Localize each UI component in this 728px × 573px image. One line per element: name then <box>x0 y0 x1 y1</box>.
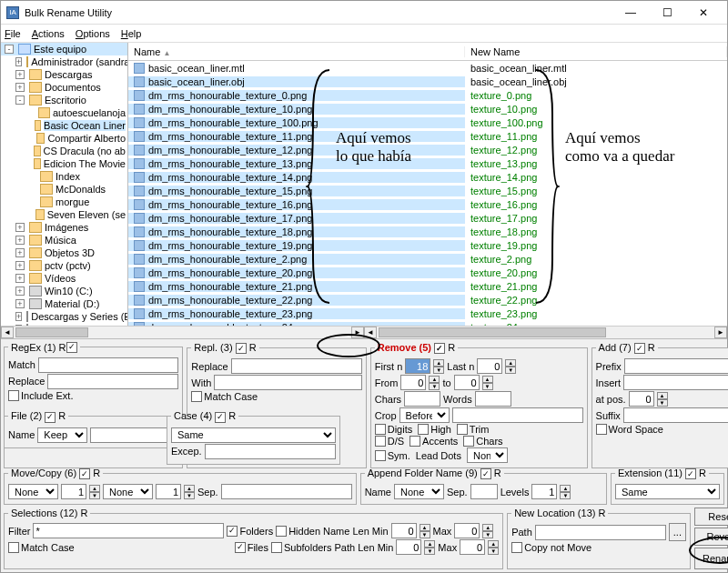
tree-item[interactable]: +Material (D:) <box>1 297 127 310</box>
appendfolder-name-select[interactable]: None <box>394 484 444 499</box>
extension-select[interactable]: Same <box>615 484 720 499</box>
tree-item[interactable]: +Administrador (sandra) <box>1 55 127 68</box>
add-enable-check[interactable] <box>634 343 645 354</box>
appendfolder-levels-input[interactable] <box>531 484 557 499</box>
extension-enable-check[interactable] <box>685 468 696 479</box>
repl-enable-check[interactable] <box>236 343 247 354</box>
file-row[interactable]: dm_rms_honourable_texture_18.pngtexture_… <box>128 225 727 238</box>
selections-matchcase-check[interactable] <box>8 542 19 553</box>
newlocation-path-input[interactable] <box>535 525 666 540</box>
menu-file[interactable]: File <box>5 28 21 39</box>
selections-pathmax-input[interactable] <box>460 539 485 555</box>
movecopy-sep-input[interactable] <box>221 484 352 499</box>
tree-item[interactable]: CS Dracula (no ab <box>1 145 127 157</box>
add-prefix-input[interactable] <box>624 358 728 374</box>
file-row[interactable]: dm_rms_honourable_texture_23.pngtexture_… <box>128 307 727 320</box>
rename-button[interactable]: Rename <box>694 548 728 569</box>
tree-twisty-icon[interactable]: + <box>15 236 25 245</box>
file-row[interactable]: dm_rms_honourable_texture_15.pngtexture_… <box>128 184 727 197</box>
tree-twisty-icon[interactable]: + <box>15 70 25 79</box>
tree-item[interactable]: +Imágenes <box>1 221 127 234</box>
tree-item[interactable]: Basic Ocean Liner <box>1 119 127 132</box>
case-excep-input[interactable] <box>205 444 336 459</box>
tree-item[interactable]: +Win10 (C:) <box>1 285 127 297</box>
tree-item[interactable]: +Vídeos <box>1 272 127 285</box>
tree-item[interactable]: +Objetos 3D <box>1 246 127 259</box>
file-row[interactable]: dm_rms_honourable_texture_0.pngtexture_0… <box>128 88 727 102</box>
tree-twisty-icon[interactable]: + <box>15 286 25 296</box>
tree-item[interactable]: +Descargas y Series (E <box>1 310 127 323</box>
tree-twisty-icon[interactable]: + <box>15 274 25 283</box>
revert-button[interactable]: Revert <box>694 528 728 546</box>
minimize-button[interactable]: — <box>612 2 649 24</box>
file-row[interactable]: dm_rms_honourable_texture_2.pngtexture_2… <box>128 252 727 266</box>
tree-twisty-icon[interactable]: + <box>15 57 22 66</box>
selections-namemin-input[interactable] <box>391 523 417 538</box>
folder-tree[interactable]: -Este equipo+Administrador (sandra)+Desc… <box>1 43 128 326</box>
tree-twisty-icon[interactable]: + <box>15 223 25 232</box>
movecopy-enable-check[interactable] <box>79 468 90 479</box>
file-row[interactable]: basic_ocean_liner.mtlbasic_ocean_liner.m… <box>128 61 727 75</box>
close-button[interactable]: ✕ <box>685 2 722 24</box>
tree-twisty-icon[interactable]: + <box>15 83 25 92</box>
regex-replace-input[interactable] <box>47 374 178 389</box>
col-newname[interactable]: New Name <box>465 46 727 57</box>
reset-button[interactable]: Reset <box>694 508 728 526</box>
tree-item[interactable]: Seven Eleven (se <box>1 208 127 221</box>
tree-item[interactable]: +Descargas <box>1 68 127 81</box>
tree-twisty-icon[interactable]: + <box>15 312 22 321</box>
tree-item[interactable]: Index <box>1 170 127 183</box>
case-enable-check[interactable] <box>215 412 226 423</box>
tree-twisty-icon[interactable]: - <box>5 45 14 54</box>
file-row[interactable]: dm_rms_honourable_texture_19.pngtexture_… <box>128 238 727 252</box>
movecopy-n1-input[interactable] <box>61 484 86 499</box>
repl-matchcase-check[interactable] <box>191 391 202 402</box>
selections-namemax-input[interactable] <box>454 523 480 538</box>
add-insert-input[interactable] <box>623 375 728 390</box>
appendfolder-enable-check[interactable] <box>480 468 491 479</box>
remove-enable-check[interactable] <box>434 343 445 354</box>
col-name[interactable]: Name ▲ <box>128 46 465 57</box>
tree-item[interactable]: +Documentos <box>1 81 127 94</box>
remove-words-input[interactable] <box>475 391 511 407</box>
file-row[interactable]: dm_rms_honourable_texture_21.pngtexture_… <box>128 279 727 293</box>
movecopy-n2-input[interactable] <box>156 484 181 499</box>
file-row[interactable]: dm_rms_honourable_texture_14.pngtexture_… <box>128 170 727 184</box>
file-row[interactable]: basic_ocean_liner.objbasic_ocean_liner.o… <box>128 75 727 88</box>
selections-folders-check[interactable] <box>227 526 238 537</box>
newlocation-browse-button[interactable]: ... <box>669 523 686 541</box>
tree-twisty-icon[interactable]: - <box>15 96 25 105</box>
remove-firstn-input[interactable] <box>405 358 430 374</box>
file-row[interactable]: dm_rms_honourable_texture_20.pngtexture_… <box>128 266 727 279</box>
file-row[interactable]: dm_rms_honourable_texture_100.pngtexture… <box>128 116 727 129</box>
case-select[interactable]: Same <box>171 427 336 443</box>
regex-match-input[interactable] <box>38 357 178 373</box>
file-row[interactable]: dm_rms_honourable_texture_12.pngtexture_… <box>128 143 727 156</box>
tree-twisty-icon[interactable]: + <box>15 299 25 308</box>
selections-subfolders-check[interactable] <box>271 542 282 553</box>
selections-hidden-check[interactable] <box>276 526 287 537</box>
file-row[interactable]: dm_rms_honourable_texture_17.pngtexture_… <box>128 211 727 225</box>
repl-with-input[interactable] <box>214 375 361 390</box>
newlocation-copy-check[interactable] <box>511 542 522 553</box>
file-row[interactable]: dm_rms_honourable_texture_13.pngtexture_… <box>128 156 727 170</box>
appendfolder-sep-input[interactable] <box>470 484 498 499</box>
tree-item[interactable]: morgue <box>1 196 127 208</box>
tree-item[interactable]: McDonalds <box>1 183 127 196</box>
remove-lastn-input[interactable] <box>477 358 502 374</box>
tree-item[interactable]: Edicion The Movie <box>1 157 127 170</box>
maximize-button[interactable]: ☐ <box>649 2 685 24</box>
file-enable-check[interactable] <box>45 412 56 423</box>
file-row[interactable]: dm_rms_honourable_texture_16.pngtexture_… <box>128 197 727 211</box>
tree-item[interactable]: +pctv (pctv) <box>1 259 127 272</box>
file-row[interactable]: dm_rms_honourable_texture_22.pngtexture_… <box>128 293 727 307</box>
add-atpos-input[interactable] <box>629 391 654 407</box>
menu-actions[interactable]: Actions <box>32 28 65 39</box>
remove-from-input[interactable] <box>400 375 426 390</box>
tree-item[interactable]: -Este equipo <box>1 43 127 55</box>
tree-item[interactable]: +Música <box>1 234 127 246</box>
tree-item[interactable]: autoescuelanoja <box>1 106 127 119</box>
file-row[interactable]: dm_rms_honourable_texture_10.pngtexture_… <box>128 102 727 116</box>
selections-pathmin-input[interactable] <box>396 539 421 555</box>
tree-item[interactable]: Compartir Alberto <box>1 132 127 145</box>
